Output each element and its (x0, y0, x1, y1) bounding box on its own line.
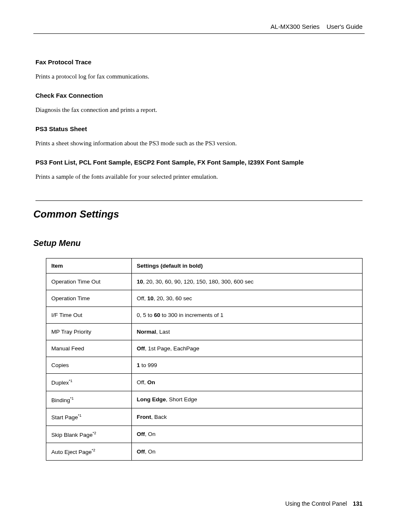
content: Fax Protocol Trace Prints a protocol log… (35, 58, 363, 461)
table-cell-item: Auto Eject Page*2 (46, 443, 132, 461)
table-row: Binding*1Long Edge, Short Edge (46, 391, 363, 408)
table-cell-settings: 1 to 999 (131, 357, 362, 374)
table-cell-item: Duplex*1 (46, 374, 132, 391)
table-cell-item: Operation Time (46, 290, 132, 307)
table-cell-settings: Off, On (131, 374, 362, 391)
text-ps3-status-sheet: Prints a sheet showing information about… (35, 140, 363, 147)
table-cell-item: Binding*1 (46, 391, 132, 408)
table-row: Operation Time Out10, 20, 30, 60, 90, 12… (46, 274, 363, 290)
footer-text: Using the Control Panel (285, 500, 347, 507)
th-settings: Settings (default in bold) (131, 258, 362, 274)
heading-check-fax-connection: Check Fax Connection (35, 92, 363, 99)
table-cell-settings: Off, 1st Page, EachPage (131, 340, 362, 357)
footer-page: 131 (353, 500, 363, 507)
table-cell-item: Manual Feed (46, 340, 132, 357)
table-header-row: Item Settings (default in bold) (46, 258, 363, 274)
main-heading-common-settings: Common Settings (33, 208, 363, 220)
table-cell-item: I/F Time Out (46, 307, 132, 324)
table-row: Copies1 to 999 (46, 357, 363, 374)
table-row: Auto Eject Page*2Off, On (46, 443, 363, 461)
heading-font-lists: PS3 Font List, PCL Font Sample, ESCP2 Fo… (35, 159, 363, 166)
table-row: Operation TimeOff, 10, 20, 30, 60 sec (46, 290, 363, 307)
table-row: Manual FeedOff, 1st Page, EachPage (46, 340, 363, 357)
table-cell-settings: 10, 20, 30, 60, 90, 120, 150, 180, 300, … (131, 274, 362, 290)
header-rule (33, 33, 365, 34)
table-cell-settings: Off, On (131, 443, 362, 461)
section-divider (35, 200, 363, 201)
table-row: Start Page*1Front, Back (46, 408, 363, 426)
table-row: I/F Time Out0, 5 to 60 to 300 in increme… (46, 307, 363, 324)
heading-ps3-status-sheet: PS3 Status Sheet (35, 125, 363, 132)
header: AL-MX300 Series User's Guide (271, 23, 363, 30)
table-cell-settings: Off, 10, 20, 30, 60 sec (131, 290, 362, 307)
table-cell-item: Skip Blank Page*2 (46, 426, 132, 443)
settings-table: Item Settings (default in bold) Operatio… (46, 258, 363, 461)
th-item: Item (46, 258, 132, 274)
header-product: AL-MX300 Series (271, 23, 320, 30)
text-check-fax-connection: Diagnosis the fax connection and prints … (35, 106, 363, 114)
heading-fax-protocol-trace: Fax Protocol Trace (35, 58, 363, 66)
table-cell-settings: Normal, Last (131, 324, 362, 340)
footer: Using the Control Panel131 (285, 500, 363, 507)
table-row: Duplex*1Off, On (46, 374, 363, 391)
table-cell-item: Operation Time Out (46, 274, 132, 290)
sub-heading-setup-menu: Setup Menu (33, 238, 363, 248)
table-cell-settings: 0, 5 to 60 to 300 in increments of 1 (131, 307, 362, 324)
table-cell-item: MP Tray Priority (46, 324, 132, 340)
table-cell-item: Start Page*1 (46, 408, 132, 426)
table-cell-settings: Off, On (131, 426, 362, 443)
table-cell-item: Copies (46, 357, 132, 374)
header-doc: User's Guide (327, 23, 363, 30)
table-cell-settings: Front, Back (131, 408, 362, 426)
table-row: Skip Blank Page*2Off, On (46, 426, 363, 443)
table-cell-settings: Long Edge, Short Edge (131, 391, 362, 408)
text-fax-protocol-trace: Prints a protocol log for fax communicat… (35, 73, 363, 80)
table-row: MP Tray PriorityNormal, Last (46, 324, 363, 340)
text-font-lists: Prints a sample of the fonts available f… (35, 173, 363, 180)
